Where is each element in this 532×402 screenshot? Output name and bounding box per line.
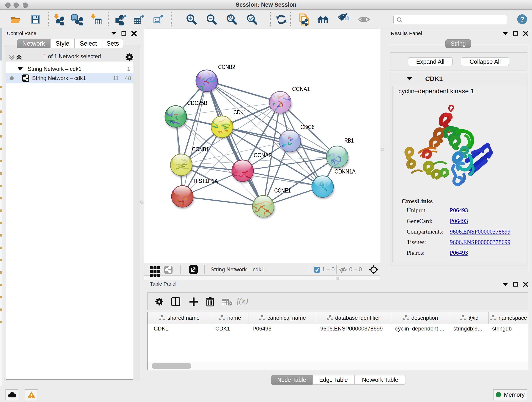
svg-text:CCNA2: CCNA2 — [254, 152, 272, 159]
svg-text:CCNA1: CCNA1 — [292, 85, 310, 92]
svg-text:CCNB1: CCNB1 — [192, 146, 209, 153]
svg-text:?: ? — [520, 15, 524, 23]
svg-text:CDKN1A: CDKN1A — [335, 168, 356, 175]
svg-text:CDK1: CDK1 — [234, 109, 246, 116]
svg-text:CDC25B: CDC25B — [187, 99, 207, 106]
svg-text:RB1: RB1 — [344, 137, 354, 144]
svg-text:CCNE1: CCNE1 — [274, 187, 291, 194]
svg-text:CCNB2: CCNB2 — [218, 64, 235, 70]
svg-text:HIST1H1A: HIST1H1A — [194, 177, 218, 184]
svg-text:CDC6: CDC6 — [300, 123, 315, 130]
